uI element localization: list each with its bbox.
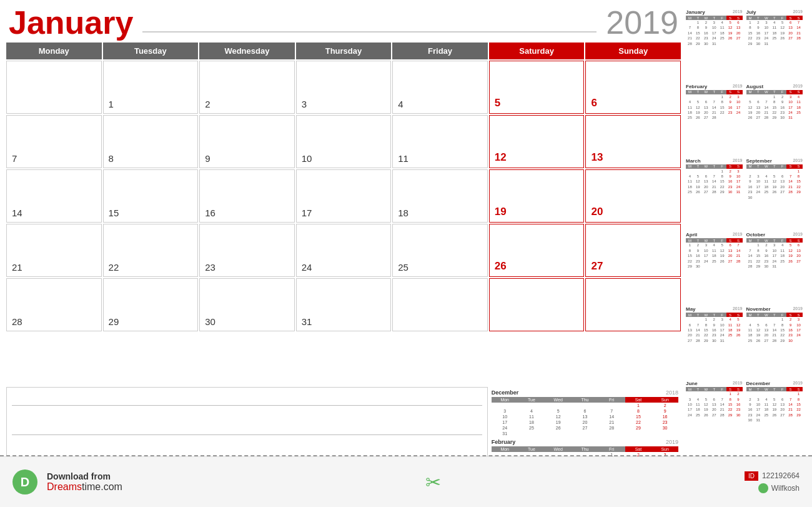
calendar-header: January 2019 [6,6,681,39]
sg-day: 9 [746,179,755,184]
sg-day: 27 [778,189,786,194]
sg-day: 15 [778,328,786,333]
sg-day: 12 [770,402,778,407]
sg-header: S [726,164,735,169]
cal-cell-29: 29 [103,278,199,331]
sg-day: 20 [702,110,710,115]
sg-day: 9 [746,402,755,407]
day-header-sunday: Sunday [585,43,681,59]
mini-header-mon: Mon [492,397,518,403]
cal-cell-24: 24 [296,224,392,277]
sg-day: 9 [786,323,795,328]
sg-day: 18 [694,407,702,412]
sg-day: 5 [746,99,755,104]
sg-header: S [786,238,795,243]
sg-day: 26 [735,333,743,338]
sg-day: 23 [762,259,770,264]
sg-day: 14 [786,402,795,407]
mini-day [545,403,572,408]
sg-day: 18 [718,31,726,36]
sg-header: T [694,164,702,169]
sidebar-month-may: May2019MTWTFSS12345678910111213141516171… [686,306,743,379]
mini-day: 10 [492,414,518,419]
sg-day: 2 [746,397,755,402]
date-number: 22 [109,262,119,273]
sg-header: S [795,90,803,94]
mini-day: 1 [625,403,652,408]
cal-cell-11: 11 [392,115,488,168]
sg-header: W [762,238,770,243]
date-number: 7 [12,153,17,164]
sg-day: 30 [710,338,718,343]
sg-header: S [795,16,803,20]
sg-day: 7 [746,248,755,253]
sg-header: T [710,238,718,243]
sg-day: 19 [694,184,702,189]
mini-day: 23 [651,419,678,425]
sg-day: 3 [710,20,718,25]
sg-day: 4 [770,20,778,25]
date-number: 28 [12,316,22,327]
sidebar-mini-grid: MTWTFSS123456789101112131415161718192021… [686,16,743,46]
sg-header: F [718,313,726,317]
sg-header: M [746,90,755,94]
sg-day: 8 [726,397,735,402]
sidebar-month-title: July2019 [746,9,803,15]
sg-day: 20 [754,110,762,115]
sg-day: 16 [735,402,743,407]
cal-cell-empty [6,61,102,114]
sg-day: 25 [762,413,770,418]
image-id-badge: ID [745,471,758,481]
sg-day: 7 [710,99,718,104]
sg-header: M [746,387,755,391]
sidebar-month-february: February2019MTWTFSS123456789101112131415… [686,84,743,156]
sg-day: 18 [795,105,803,110]
sg-day: 16 [786,328,795,333]
mini-day: 18 [518,419,545,425]
sg-day: 3 [686,397,694,402]
sg-day: 2 [726,169,735,174]
sg-day: 3 [702,243,710,248]
sg-day: 28 [694,338,702,343]
date-number: 17 [302,208,312,218]
mini-cal-dec-year: 2018 [666,389,678,396]
sg-day: 8 [718,174,726,179]
sg-day: 31 [770,264,778,269]
sg-day: 26 [726,36,735,41]
sg-day: 12 [746,105,755,110]
sg-header: S [795,164,803,169]
sg-day: 18 [770,31,778,36]
sg-day: 28 [746,264,755,269]
sg-day: 22 [718,110,726,115]
cal-cell-3: 3 [296,61,392,114]
sg-day: 2 [754,20,762,25]
sidebar-month-title: April2019 [686,232,743,238]
sg-day: 24 [762,36,770,41]
date-number: 19 [495,206,507,218]
sidebar-mini-grid: MTWTFSS123456789101112131415161718192021… [746,238,803,269]
sg-header: T [710,387,718,391]
sg-day: 31 [735,189,743,194]
watermark-bar: D Download from Dreamstime.com ✂ ID 1221… [0,456,812,507]
sg-day: 29 [778,338,786,343]
mini-day: 21 [598,419,625,425]
sg-day: 17 [754,184,762,189]
sg-day: 12 [786,248,795,253]
sg-day: 13 [786,25,795,30]
sg-day: 14 [686,31,694,36]
sg-day: 11 [686,179,694,184]
mini-header-sat: Sat [625,446,652,452]
sg-day: 10 [735,99,743,104]
sg-header: T [694,238,702,243]
sg-day: 26 [702,413,710,418]
sg-day: 25 [778,259,786,264]
sg-day: 21 [710,110,718,115]
sg-day: 23 [694,259,702,264]
sidebar-mini-grid: MTWTFSS123456789101112131415161718192021… [746,164,803,200]
sidebar-mini-grid: MTWTFSS123456789101112131415161718192021… [686,164,743,195]
sg-day: 15 [795,179,803,184]
sg-day: 18 [726,328,735,333]
sg-header: M [746,238,755,243]
cal-cell-empty [392,278,488,331]
sg-day: 5 [770,397,778,402]
